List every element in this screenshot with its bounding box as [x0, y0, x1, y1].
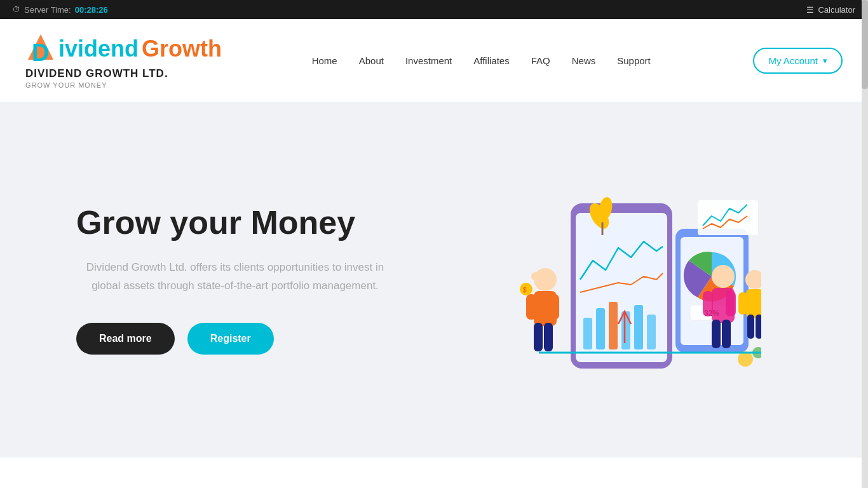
hero-content: Grow your Money Dividend Growth Ltd. off… [76, 205, 432, 355]
clock-icon: ⏱ [13, 5, 20, 14]
svg-rect-35 [747, 315, 754, 339]
svg-rect-5 [596, 308, 605, 349]
scrollbar-thumb[interactable] [862, 0, 868, 89]
hero-illustration: 32% ▲ $ [432, 152, 817, 407]
svg-rect-22 [544, 323, 553, 351]
header: D ividend Growth DIVIDEND GROWTH LTD. GR… [0, 19, 868, 102]
svg-rect-43 [698, 200, 758, 235]
hero-buttons: Read more Register [76, 323, 432, 355]
svg-text:$: $ [523, 287, 527, 294]
nav-investment[interactable]: Investment [398, 50, 459, 71]
svg-rect-31 [722, 320, 731, 348]
svg-rect-7 [621, 311, 630, 349]
svg-rect-8 [634, 305, 643, 349]
hero-title: Grow your Money [76, 205, 432, 241]
topbar: ⏱ Server Time: 00:28:26 ☰ Calculator [0, 0, 868, 19]
main-nav: Home About Investment Affiliates FAQ New… [304, 50, 658, 71]
logo-icon: D [25, 32, 56, 66]
svg-rect-20 [549, 294, 559, 320]
logo-dividend: ividend [58, 36, 139, 62]
server-time-area: ⏱ Server Time: 00:28:26 [13, 5, 108, 15]
svg-rect-29 [726, 291, 736, 316]
chevron-down-icon: ▾ [823, 56, 827, 65]
svg-rect-34 [738, 292, 747, 315]
logo-growth: Growth [142, 36, 222, 62]
nav-affiliates[interactable]: Affiliates [466, 50, 517, 71]
my-account-label: My Account [768, 55, 818, 66]
calculator-icon: ☰ [806, 5, 814, 15]
hero-section: Grow your Money Dividend Growth Ltd. off… [0, 102, 868, 458]
svg-point-26 [712, 265, 735, 288]
nav-faq[interactable]: FAQ [524, 50, 558, 71]
nav-about[interactable]: About [351, 50, 391, 71]
svg-rect-4 [583, 318, 592, 349]
scrollbar-track[interactable] [862, 0, 868, 488]
about-section: Briefly About Dividend Growth Ltd. [0, 458, 868, 488]
svg-rect-21 [534, 323, 543, 351]
nav-news[interactable]: News [564, 50, 604, 71]
server-label: Server Time: [24, 5, 71, 15]
read-more-button[interactable]: Read more [76, 323, 175, 355]
svg-rect-6 [609, 302, 618, 349]
svg-rect-33 [746, 289, 761, 318]
svg-rect-28 [703, 291, 713, 316]
svg-point-23 [531, 272, 540, 281]
svg-point-40 [738, 351, 753, 367]
logo-subtitle: DIVIDEND GROWTH LTD. [25, 67, 222, 80]
server-time-value: 00:28:26 [75, 5, 108, 15]
logo-area[interactable]: D ividend Growth DIVIDEND GROWTH LTD. GR… [25, 32, 222, 89]
svg-rect-19 [526, 294, 536, 320]
svg-rect-36 [756, 315, 761, 339]
logo-tagline: GROW YOUR MONEY [25, 81, 222, 89]
calculator-button[interactable]: ☰ Calculator [806, 5, 855, 15]
hero-svg-illustration: 32% ▲ $ [488, 178, 761, 381]
calculator-label: Calculator [818, 5, 855, 15]
my-account-button[interactable]: My Account ▾ [753, 48, 843, 74]
register-button[interactable]: Register [187, 323, 274, 355]
nav-home[interactable]: Home [304, 50, 345, 71]
svg-text:D: D [32, 39, 49, 66]
svg-rect-30 [712, 320, 721, 348]
nav-support[interactable]: Support [609, 50, 658, 71]
svg-rect-9 [647, 315, 656, 349]
hero-description: Dividend Growth Ltd. offers its clients … [76, 259, 394, 295]
